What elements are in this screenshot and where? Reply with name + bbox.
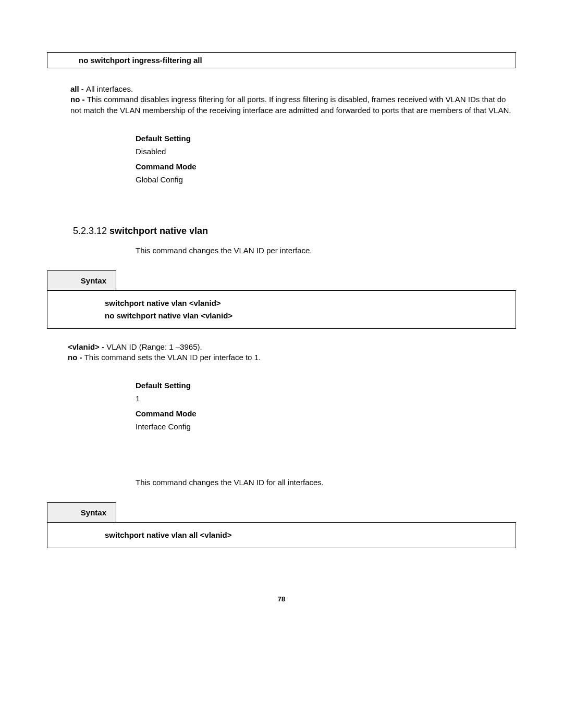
syntax-line: switchport native vlan all <vlanid> xyxy=(105,529,511,541)
param-no2-label: no - xyxy=(68,353,84,362)
command-mode-label: Command Mode xyxy=(136,162,516,171)
param-description-vlanid: <vlanid> - VLAN ID (Range: 1 –3965). no … xyxy=(68,342,516,363)
param-all-desc: All interfaces. xyxy=(86,84,133,93)
param-no-label: no - xyxy=(70,95,87,104)
command-text: no switchport ingress-filtering all xyxy=(79,56,202,65)
param-vlanid-desc: VLAN ID (Range: 1 –3965). xyxy=(106,342,202,351)
command-box-top: no switchport ingress-filtering all xyxy=(47,52,516,68)
default-setting-label: Default Setting xyxy=(136,134,516,143)
syntax-line: switchport native vlan <vlanid> xyxy=(105,297,511,310)
syntax-body-1: switchport native vlan <vlanid> no switc… xyxy=(47,290,516,329)
param-vlanid-label: <vlanid> - xyxy=(68,342,106,351)
command-mode-label-2: Command Mode xyxy=(136,409,516,418)
param-all-label: all - xyxy=(70,84,86,93)
default-setting-value: Disabled xyxy=(136,147,516,156)
syntax-block-2: Syntax switchport native vlan all <vlani… xyxy=(47,502,516,548)
settings-block-1: Default Setting Disabled Command Mode Gl… xyxy=(136,134,516,184)
syntax-header-label: Syntax xyxy=(47,270,116,291)
section-number: 5.2.3.12 xyxy=(73,226,109,236)
default-setting-label-2: Default Setting xyxy=(136,381,516,390)
syntax-header-label-2: Syntax xyxy=(47,502,116,523)
command-mode-value-2: Interface Config xyxy=(136,422,516,431)
section-title: switchport native vlan xyxy=(109,226,208,236)
syntax-block-1: Syntax switchport native vlan <vlanid> n… xyxy=(47,270,516,329)
syntax-body-2: switchport native vlan all <vlanid> xyxy=(47,522,516,548)
syntax-line: no switchport native vlan <vlanid> xyxy=(105,310,511,322)
section-heading: 5.2.3.12 switchport native vlan xyxy=(73,226,516,237)
page-number: 78 xyxy=(47,595,516,603)
param-no-desc: This command disables ingress filtering … xyxy=(70,95,511,114)
param-no2-desc: This command sets the VLAN ID per interf… xyxy=(84,353,261,362)
param-description-all: all - All interfaces. no - This command … xyxy=(70,84,516,116)
section-description: This command changes the VLAN ID per int… xyxy=(136,246,516,255)
section-description-2: This command changes the VLAN ID for all… xyxy=(136,478,516,487)
settings-block-2: Default Setting 1 Command Mode Interface… xyxy=(136,381,516,431)
command-mode-value: Global Config xyxy=(136,175,516,184)
default-setting-value-2: 1 xyxy=(136,394,516,403)
document-page: no switchport ingress-filtering all all … xyxy=(0,0,563,634)
